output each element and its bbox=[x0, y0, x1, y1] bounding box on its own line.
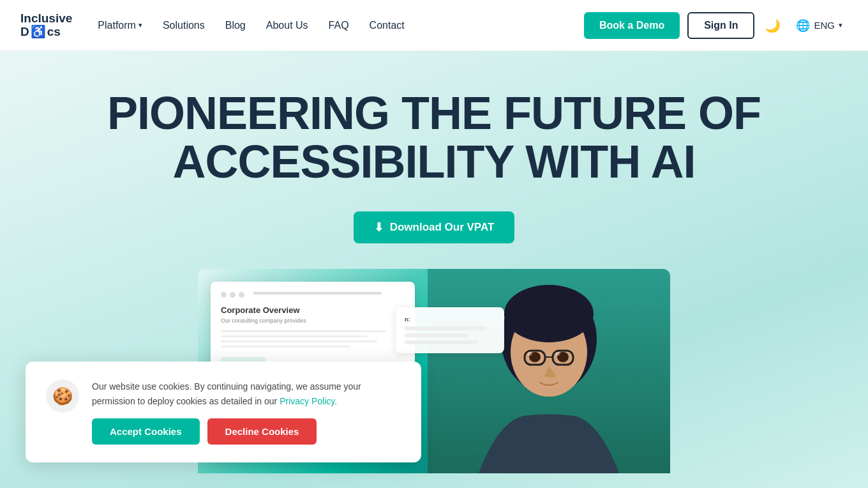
platform-chevron-icon: ▾ bbox=[138, 21, 142, 29]
person-area bbox=[428, 269, 670, 473]
platform-label: Platform bbox=[98, 20, 136, 31]
hero-title-line2: ACCESSIBILITY WITH AI bbox=[172, 136, 695, 187]
nav-item-platform[interactable]: Platform ▾ bbox=[98, 20, 142, 31]
cookie-icon: 🍪 bbox=[52, 386, 73, 406]
download-icon: ⬇ bbox=[374, 220, 384, 234]
navbar: Inclusive D♿cs Platform ▾ Solutions bbox=[0, 0, 868, 51]
person-illustration bbox=[460, 269, 638, 473]
accept-cookies-button[interactable]: Accept Cookies bbox=[92, 418, 200, 445]
form-line-2 bbox=[405, 333, 468, 337]
doc-line-4 bbox=[221, 346, 350, 347]
form-label: n: bbox=[405, 316, 495, 323]
floating-form: n: bbox=[396, 307, 504, 353]
decline-cookies-button[interactable]: Decline Cookies bbox=[207, 418, 317, 445]
nav-item-faq[interactable]: FAQ bbox=[329, 20, 349, 31]
download-vpat-label: Download Our VPAT bbox=[390, 221, 495, 234]
lang-chevron-icon: ▾ bbox=[839, 21, 842, 29]
logo-line1: Inclusive bbox=[20, 12, 72, 26]
svg-point-8 bbox=[527, 352, 532, 356]
cookie-icon-circle: 🍪 bbox=[46, 379, 79, 413]
cookie-content: Our website use cookies. By continuing n… bbox=[92, 379, 401, 445]
logo-cs: cs bbox=[47, 26, 61, 39]
sign-in-button[interactable]: Sign In bbox=[687, 12, 754, 39]
logo-d: D bbox=[20, 26, 29, 39]
language-selector[interactable]: 🌐 ENG ▾ bbox=[791, 16, 848, 35]
logo[interactable]: Inclusive D♿cs bbox=[20, 12, 72, 39]
contact-link[interactable]: Contact bbox=[370, 20, 405, 31]
faq-link[interactable]: FAQ bbox=[329, 20, 349, 31]
form-line-3 bbox=[405, 340, 477, 344]
doc-subtitle: Our consulting company provides bbox=[221, 317, 405, 324]
logo-line2: D♿cs bbox=[20, 26, 72, 39]
dark-mode-toggle[interactable]: 🌙 bbox=[762, 15, 783, 36]
nav-item-blog[interactable]: Blog bbox=[225, 20, 246, 31]
doc-dot-3 bbox=[239, 292, 244, 298]
nav-links: Platform ▾ Solutions Blog About Us bbox=[98, 20, 404, 31]
solutions-link[interactable]: Solutions bbox=[163, 20, 205, 31]
blog-link[interactable]: Blog bbox=[225, 20, 246, 31]
book-demo-button[interactable]: Book a Demo bbox=[584, 12, 680, 39]
doc-title: Corporate Overview bbox=[221, 305, 405, 315]
navbar-right: Book a Demo Sign In 🌙 🌐 ENG ▾ bbox=[584, 12, 848, 39]
nav-item-about[interactable]: About Us bbox=[266, 20, 308, 31]
privacy-policy-link[interactable]: Privacy Policy. bbox=[280, 396, 337, 406]
download-vpat-button[interactable]: ⬇ Download Our VPAT bbox=[354, 211, 515, 243]
logo-text: Inclusive D♿cs bbox=[20, 12, 72, 39]
doc-dot-2 bbox=[230, 292, 236, 298]
cookie-buttons: Accept Cookies Decline Cookies bbox=[92, 418, 401, 445]
doc-line-2 bbox=[221, 335, 368, 337]
moon-icon: 🌙 bbox=[765, 19, 781, 33]
nav-item-solutions[interactable]: Solutions bbox=[163, 20, 205, 31]
doc-dot-1 bbox=[221, 292, 227, 298]
form-line-1 bbox=[405, 326, 486, 330]
doc-line-1 bbox=[221, 330, 386, 332]
svg-point-9 bbox=[555, 352, 560, 356]
doc-line-3 bbox=[221, 340, 377, 342]
navbar-left: Inclusive D♿cs Platform ▾ Solutions bbox=[20, 12, 405, 39]
hero-title: PIONEERING THE FUTURE OF ACCESSIBILITY W… bbox=[107, 89, 761, 186]
globe-icon: 🌐 bbox=[796, 19, 810, 33]
cookie-message: Our website use cookies. By continuing n… bbox=[92, 379, 401, 408]
doc-header-line bbox=[253, 292, 382, 294]
logo-icon: ♿ bbox=[31, 26, 46, 39]
about-link[interactable]: About Us bbox=[266, 20, 308, 31]
hero-title-line1: PIONEERING THE FUTURE OF bbox=[107, 88, 761, 139]
lang-label: ENG bbox=[814, 20, 835, 31]
doc-dots bbox=[221, 292, 405, 298]
nav-item-contact[interactable]: Contact bbox=[370, 20, 405, 31]
platform-link[interactable]: Platform ▾ bbox=[98, 20, 142, 31]
cookie-banner: 🍪 Our website use cookies. By continuing… bbox=[26, 362, 421, 462]
svg-point-2 bbox=[504, 285, 594, 342]
